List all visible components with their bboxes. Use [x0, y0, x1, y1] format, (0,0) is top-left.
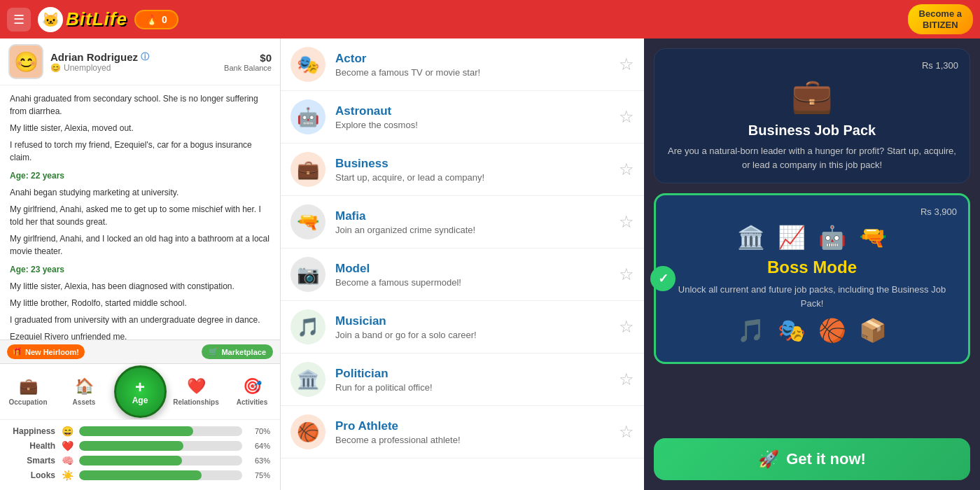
happy-face-icon: 😊 — [50, 63, 61, 73]
boss-top-icon-0: 🏛️ — [737, 224, 765, 251]
menu-icon: ☰ — [13, 12, 24, 27]
boss-top-icons: 🏛️📈🤖🔫 — [667, 224, 957, 251]
stat-bar-smarts — [79, 456, 242, 465]
career-desc-astronaut: Explore the cosmos! — [335, 120, 609, 130]
career-info-musician: Musician Join a band or go for a solo ca… — [335, 314, 609, 340]
nav-item-activities[interactable]: 🎯Activities — [224, 372, 280, 412]
life-log-entry: My girlfriend, Anahi, asked me to get up… — [10, 203, 270, 228]
stat-label-happiness: Happiness — [10, 426, 55, 436]
marketplace-button[interactable]: 🛒 Marketplace — [202, 344, 273, 359]
career-item-model[interactable]: 📷 Model Become a famous supermodel! ☆ — [281, 248, 644, 301]
nav-item-relationships[interactable]: ❤️Relationships — [168, 372, 224, 412]
career-info-astronaut: Astronaut Explore the cosmos! — [335, 104, 609, 130]
career-item-pro_athlete[interactable]: 🏀 Pro Athlete Become a professional athl… — [281, 406, 644, 458]
profile-name: Adrian Rodriguez ⓘ — [50, 51, 217, 63]
karma-badge: 🔥 0 — [134, 10, 178, 29]
stat-pct-health: 64% — [248, 442, 270, 450]
stat-row-happiness: Happiness 😄 70% — [10, 426, 270, 437]
stat-icon-happiness: 😄 — [61, 426, 74, 437]
boss-bottom-icons: 🎵🎭🏀📦 — [667, 317, 957, 344]
profile-bar: 😊 Adrian Rodriguez ⓘ 😊 Unemployed $0 Ban… — [0, 38, 280, 85]
stat-pct-looks: 75% — [248, 471, 270, 479]
assets-nav-icon: 🏠 — [75, 377, 94, 396]
get-it-now-button[interactable]: 🚀 Get it now! — [654, 438, 970, 480]
age-plus-icon: + — [135, 379, 145, 396]
age-btn-label: Age — [132, 396, 148, 405]
career-name-business: Business — [335, 157, 609, 171]
career-info-actor: Actor Become a famous TV or movie star! — [335, 52, 609, 78]
stat-icon-health: ❤️ — [61, 440, 74, 451]
stat-row-looks: Looks ☀️ 75% — [10, 470, 270, 481]
life-log-entry: My little brother, Rodolfo, started midd… — [10, 297, 270, 309]
info-icon[interactable]: ⓘ — [141, 51, 149, 63]
career-name-actor: Actor — [335, 52, 609, 66]
career-info-politician: Politician Run for a political office! — [335, 367, 609, 393]
career-star-model[interactable]: ☆ — [619, 265, 634, 284]
career-item-politician[interactable]: 🏛️ Politician Run for a political office… — [281, 354, 644, 406]
bank-label: Bank Balance — [224, 64, 272, 72]
life-log-entry: Ezequiel Rivero unfriended me. — [10, 330, 270, 340]
logo-area: 🐱 BitLife — [38, 7, 127, 32]
career-star-mafia[interactable]: ☆ — [619, 212, 634, 232]
career-star-astronaut[interactable]: ☆ — [619, 107, 634, 127]
left-panel: 😊 Adrian Rodriguez ⓘ 😊 Unemployed $0 Ban… — [0, 38, 280, 490]
career-star-pro_athlete[interactable]: ☆ — [619, 422, 634, 442]
career-star-politician[interactable]: ☆ — [619, 370, 634, 389]
career-item-actor[interactable]: 🎭 Actor Become a famous TV or movie star… — [281, 38, 644, 91]
business-job-pack-card: Rs 1,300 💼 Business Job Pack Are you a n… — [654, 48, 970, 183]
rocket-icon: 🚀 — [758, 449, 779, 469]
age-button[interactable]: +Age — [112, 360, 168, 424]
career-item-mafia[interactable]: 🔫 Mafia Join an organized crime syndicat… — [281, 196, 644, 248]
relationships-nav-label: Relationships — [173, 398, 219, 406]
bottom-nav: 💼Occupation🏠Assets+Age❤️Relationships🎯Ac… — [0, 363, 280, 419]
avatar: 😊 — [8, 44, 43, 79]
life-log-entry: My girlfriend, Anahi, and I locked an ol… — [10, 232, 270, 258]
boss-top-icon-3: 🔫 — [859, 224, 887, 251]
bitizen-line2: BITIZEN — [919, 20, 962, 31]
boss-bottom-icon-0: 🎵 — [737, 317, 765, 344]
boss-mode-card: ✓ Rs 3,900 🏛️📈🤖🔫 Boss Mode Unlock all cu… — [654, 193, 970, 364]
life-log-entry: I graduated from university with an unde… — [10, 314, 270, 326]
stat-icon-looks: ☀️ — [61, 470, 74, 481]
career-item-musician[interactable]: 🎵 Musician Join a band or go for a solo … — [281, 301, 644, 354]
career-star-business[interactable]: ☆ — [619, 160, 634, 179]
profile-info: Adrian Rodriguez ⓘ 😊 Unemployed — [50, 51, 217, 73]
activities-nav-label: Activities — [237, 398, 267, 406]
right-panel: Rs 1,300 💼 Business Job Pack Are you a n… — [644, 38, 980, 490]
nav-item-assets[interactable]: 🏠Assets — [56, 372, 112, 412]
life-log-entry: Anahi graduated from secondary school. S… — [10, 92, 270, 118]
main-layout: 😊 Adrian Rodriguez ⓘ 😊 Unemployed $0 Ban… — [0, 38, 980, 490]
career-emoji-model: 📷 — [290, 257, 326, 292]
career-desc-model: Become a famous supermodel! — [335, 277, 609, 288]
career-star-actor[interactable]: ☆ — [619, 55, 634, 74]
life-log: Anahi graduated from secondary school. S… — [0, 85, 280, 340]
career-item-business[interactable]: 💼 Business Start up, acquire, or lead a … — [281, 144, 644, 196]
career-info-mafia: Mafia Join an organized crime syndicate! — [335, 209, 609, 235]
stat-row-smarts: Smarts 🧠 63% — [10, 455, 270, 466]
career-star-musician[interactable]: ☆ — [619, 317, 634, 337]
boss-check-icon: ✓ — [650, 266, 676, 291]
bank-info: $0 Bank Balance — [224, 52, 272, 72]
boss-bottom-icon-1: 🎭 — [778, 317, 806, 344]
stat-bar-looks — [79, 470, 242, 480]
career-info-model: Model Become a famous supermodel! — [335, 262, 609, 288]
heirloom-icon: 🎁 — [13, 347, 22, 356]
life-log-entry: My little sister, Alexia, moved out. — [10, 122, 270, 134]
career-name-mafia: Mafia — [335, 209, 609, 223]
nav-item-occupation[interactable]: 💼Occupation — [0, 372, 56, 412]
career-item-astronaut[interactable]: 🤖 Astronaut Explore the cosmos! ☆ — [281, 91, 644, 144]
career-desc-politician: Run for a political office! — [335, 382, 609, 393]
menu-button[interactable]: ☰ — [7, 8, 31, 31]
app-header: ☰ 🐱 BitLife 🔥 0 Become a BITIZEN — [0, 0, 980, 38]
life-log-entry: I refused to torch my friend, Ezequiel's… — [10, 139, 270, 164]
business-pack-icon: 💼 — [791, 76, 833, 115]
career-emoji-pro_athlete: 🏀 — [290, 414, 326, 449]
heirloom-badge[interactable]: 🎁 New Heirloom! — [7, 344, 85, 359]
karma-icon: 🔥 — [146, 14, 158, 25]
life-log-entry: Age: 22 years — [10, 169, 270, 182]
career-list: 🎭 Actor Become a famous TV or movie star… — [280, 38, 644, 490]
career-name-astronaut: Astronaut — [335, 104, 609, 118]
career-info-pro_athlete: Pro Athlete Become a professional athlet… — [335, 419, 609, 445]
life-log-entry: Age: 23 years — [10, 263, 270, 276]
bitizen-button[interactable]: Become a BITIZEN — [908, 4, 973, 34]
